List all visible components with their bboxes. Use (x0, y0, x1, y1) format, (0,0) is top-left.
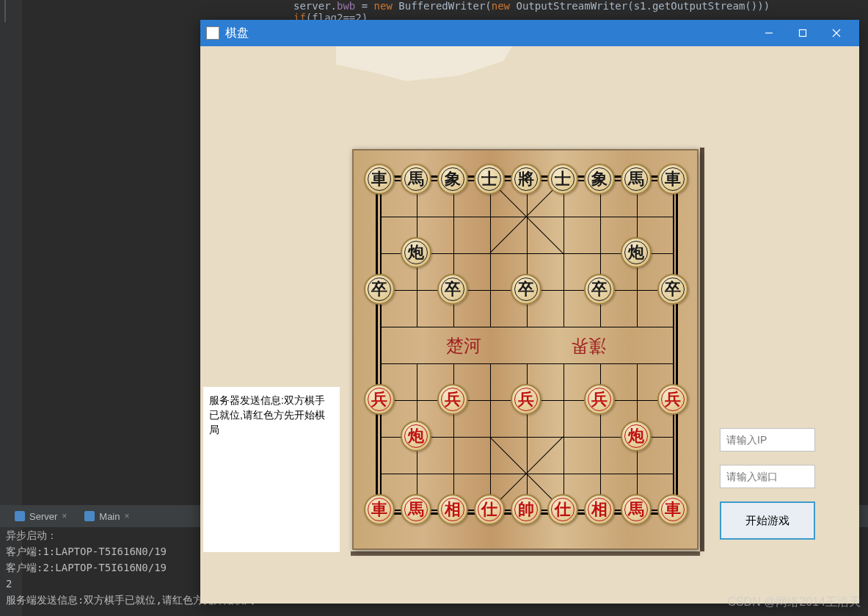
piece-red[interactable]: 車 (364, 494, 395, 525)
paper-decoration (336, 46, 512, 83)
piece-black[interactable]: 卒 (657, 274, 688, 305)
ip-input[interactable] (720, 428, 815, 452)
piece-red[interactable]: 炮 (621, 421, 652, 452)
piece-black[interactable]: 士 (474, 164, 505, 195)
window-title: 棋盘 (225, 26, 249, 41)
piece-red[interactable]: 仕 (547, 494, 578, 525)
message-box: 服务器发送信息:双方棋手已就位,请红色方先开始棋局 (203, 387, 340, 552)
piece-black[interactable]: 士 (547, 164, 578, 195)
control-panel: 开始游戏 (720, 428, 815, 540)
piece-red[interactable]: 兵 (437, 384, 468, 415)
piece-red[interactable]: 帥 (511, 494, 541, 525)
piece-black[interactable]: 象 (584, 164, 615, 195)
piece-black[interactable]: 卒 (511, 274, 541, 305)
watermark: CSDN @网络2014王浩天 (727, 595, 861, 610)
piece-black[interactable]: 象 (437, 164, 468, 195)
piece-black[interactable]: 馬 (621, 164, 652, 195)
piece-red[interactable]: 相 (584, 494, 615, 525)
piece-red[interactable]: 兵 (364, 384, 395, 415)
chess-board[interactable]: 楚河 漢界 車馬象士將士象馬車炮炮卒卒卒卒卒兵兵兵兵兵炮炮車馬相仕帥仕相馬車 (352, 149, 699, 550)
piece-red[interactable]: 馬 (401, 494, 431, 525)
window-content: 服务器发送信息:双方棋手已就位,请红色方先开始棋局 楚河 漢界 車馬象士將士象馬… (200, 46, 859, 604)
file-icon (15, 511, 25, 521)
piece-black[interactable]: 卒 (437, 274, 468, 305)
piece-red[interactable]: 兵 (657, 384, 688, 415)
piece-black[interactable]: 卒 (584, 274, 615, 305)
close-button[interactable] (820, 20, 853, 46)
file-icon (84, 511, 95, 521)
minimize-button[interactable] (752, 20, 786, 46)
svg-rect-0 (800, 30, 806, 37)
piece-red[interactable]: 兵 (511, 384, 541, 415)
port-input[interactable] (720, 465, 815, 488)
piece-red[interactable]: 炮 (401, 421, 431, 452)
piece-black[interactable]: 車 (364, 164, 395, 195)
app-icon (206, 26, 219, 40)
river-text-right: 漢界 (571, 334, 606, 358)
piece-red[interactable]: 車 (657, 494, 688, 525)
maximize-button[interactable] (786, 20, 820, 46)
piece-black[interactable]: 馬 (401, 164, 431, 195)
close-icon[interactable]: × (125, 511, 130, 521)
piece-red[interactable]: 相 (437, 494, 468, 525)
close-icon[interactable]: × (62, 511, 67, 521)
tab-server[interactable]: Server× (6, 508, 76, 525)
tab-main[interactable]: Main× (76, 508, 138, 525)
piece-black[interactable]: 炮 (621, 237, 652, 268)
piece-red[interactable]: 仕 (474, 494, 505, 525)
river-text-left: 楚河 (446, 334, 481, 358)
piece-red[interactable]: 馬 (621, 494, 652, 525)
piece-black[interactable]: 炮 (401, 237, 431, 268)
piece-black[interactable]: 卒 (364, 274, 395, 305)
titlebar[interactable]: 棋盘 (200, 20, 859, 46)
piece-black[interactable]: 將 (511, 164, 541, 195)
piece-red[interactable]: 兵 (584, 384, 615, 415)
piece-black[interactable]: 車 (657, 164, 688, 195)
app-window: 棋盘 服务器发送信息:双方棋手已就位,请红色方先开始棋局 楚河 漢界 車馬象士將… (200, 20, 859, 604)
start-button[interactable]: 开始游戏 (720, 501, 815, 540)
